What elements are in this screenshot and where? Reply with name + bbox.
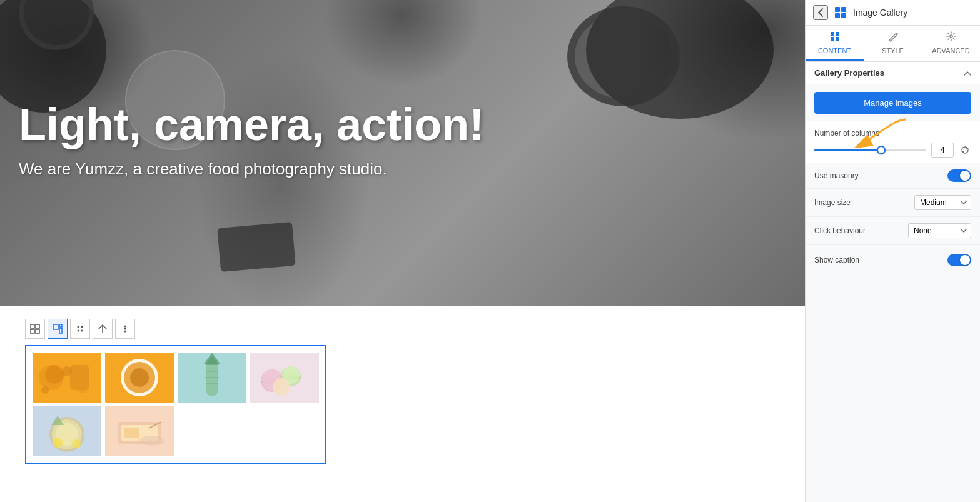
svg-point-15 [39,365,64,390]
columns-slider-thumb[interactable] [877,146,886,154]
gallery-grid [33,353,319,456]
panel-gallery-icon [833,5,848,20]
hero-section: Light, camera, action! We are Yumzz, a c… [0,0,805,306]
tab-advanced[interactable]: ADVANCED [922,26,980,61]
columns-label-row: Number of columns [806,126,980,140]
svg-rect-58 [836,37,839,41]
hero-title: Light, camera, action! [19,100,484,149]
gallery-toolbar [25,319,786,339]
use-masonry-label: Use masonry [814,171,859,180]
image-size-row: Image size Medium Thumbnail Large Full [806,189,980,217]
svg-rect-54 [841,13,846,18]
advanced-tab-label: ADVANCED [932,47,969,54]
panel-title: Image Gallery [853,8,907,18]
content-tab-icon [829,31,841,44]
svg-point-18 [76,381,89,393]
use-masonry-toggle[interactable] [947,169,971,182]
gallery-properties-header[interactable]: Gallery Properties [806,62,980,84]
svg-rect-5 [59,324,62,327]
panel-content: Gallery Properties Manage images Number … [806,62,980,502]
svg-point-10 [81,330,83,332]
svg-rect-0 [31,324,34,328]
svg-point-19 [41,386,49,394]
gallery-item-1[interactable] [33,353,101,403]
columns-input[interactable] [931,143,954,158]
click-behaviour-select[interactable]: None Lightbox Custom Link [908,223,971,238]
toolbar-grid-btn[interactable] [25,319,45,339]
tab-content[interactable]: CONTENT [806,26,864,61]
svg-rect-56 [836,32,839,36]
svg-point-9 [78,330,79,332]
svg-point-43 [53,438,63,448]
svg-rect-52 [841,7,846,12]
camera-inner-right [567,6,680,106]
image-size-select[interactable]: Medium Thumbnail Large Full [914,195,971,210]
svg-rect-1 [36,324,39,328]
click-behaviour-row: Click behaviour None Lightbox Custom Lin… [806,217,980,245]
toolbar-move-btn[interactable] [70,319,90,339]
gallery-properties-title: Gallery Properties [814,68,884,78]
svg-point-11 [124,326,126,328]
gallery-item-2[interactable] [105,353,174,403]
columns-slider-fill [814,149,881,151]
gallery-properties-chevron [964,69,971,78]
svg-point-7 [78,326,79,328]
gallery-section [0,306,805,502]
svg-rect-53 [835,13,840,18]
svg-point-44 [72,439,81,448]
svg-rect-57 [831,37,834,41]
show-caption-toggle[interactable] [947,254,971,266]
columns-reset-button[interactable] [959,144,971,156]
gallery-container [25,345,326,464]
main-canvas: Light, camera, action! We are Yumzz, a c… [0,0,805,502]
svg-point-59 [950,35,952,38]
hero-subtitle: We are Yumzz, a creative food photograph… [19,159,484,179]
toolbar-arrows-btn[interactable] [93,319,113,339]
use-masonry-row: Use masonry [806,163,980,189]
gallery-item-3[interactable] [178,353,246,403]
svg-rect-4 [53,324,58,329]
show-caption-label: Show caption [814,256,859,264]
image-size-label: Image size [814,198,851,207]
columns-slider-track[interactable] [814,149,926,151]
gallery-item-5[interactable] [33,406,101,456]
svg-rect-51 [835,7,840,12]
panel-header: Image Gallery [806,0,980,26]
svg-rect-2 [31,329,34,333]
panel-back-button[interactable] [813,5,828,20]
svg-rect-48 [124,428,139,438]
content-tab-label: CONTENT [818,47,851,54]
gallery-item-6[interactable] [105,406,174,456]
svg-rect-3 [36,329,39,333]
columns-slider-container [806,140,980,160]
show-caption-row: Show caption [806,248,980,273]
hero-text: Light, camera, action! We are Yumzz, a c… [19,100,484,179]
gallery-item-4[interactable] [250,353,319,403]
columns-label: Number of columns [814,129,879,138]
columns-section: Number of columns [806,121,980,163]
toolbar-layout-btn[interactable] [48,319,68,339]
tab-bar: CONTENT STYLE ADVANCED [806,26,980,62]
svg-point-50 [139,436,164,446]
svg-point-23 [130,368,149,387]
svg-point-12 [124,328,126,330]
toolbar-more-btn[interactable] [115,319,135,339]
style-tab-icon [887,31,899,44]
right-panel: Image Gallery CONTENT STYLE [805,0,980,502]
advanced-tab-icon [946,31,957,44]
kodak-camera [217,222,296,272]
style-tab-label: STYLE [882,47,904,54]
click-behaviour-label: Click behaviour [814,226,866,235]
tab-style[interactable]: STYLE [864,26,922,61]
svg-point-38 [273,378,290,396]
svg-rect-6 [59,328,62,333]
manage-images-button[interactable]: Manage images [814,92,971,114]
svg-point-13 [124,331,126,333]
svg-point-8 [81,326,83,328]
svg-rect-55 [831,32,834,36]
